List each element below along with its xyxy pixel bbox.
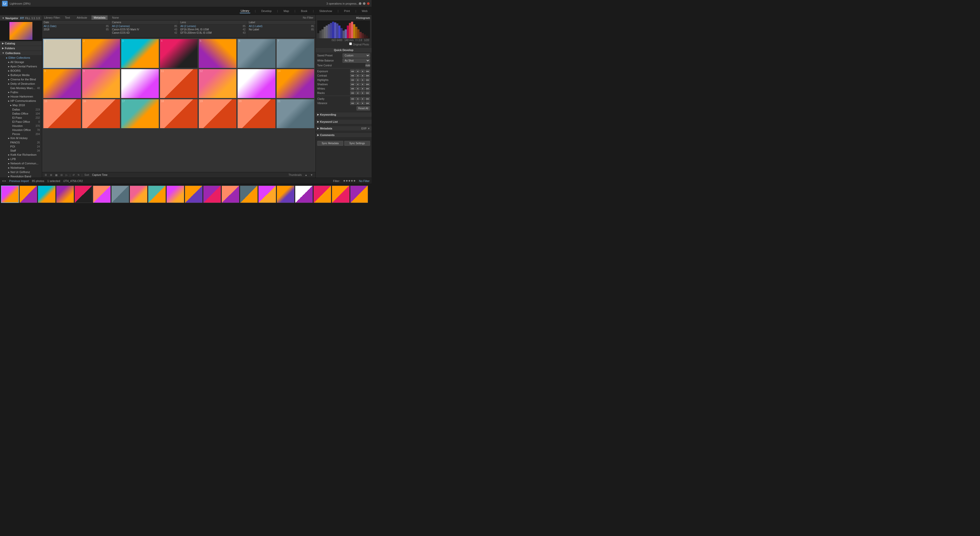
highlights-up-btn[interactable]: ▸▸ [366, 78, 370, 82]
vibrance-up-small-btn[interactable]: ▸ [360, 101, 365, 105]
collection-item-28[interactable]: ▸ Revolution Band [0, 174, 42, 178]
meta-row-lens-wide[interactable]: EF16-35mm f/4L IS USM 42 [179, 28, 247, 31]
fill-btn[interactable]: FILL [25, 17, 30, 20]
collection-item-11[interactable]: ▸ May 2018 [0, 103, 42, 107]
clarity-up-btn[interactable]: ▸▸ [366, 97, 370, 100]
collection-item-6[interactable]: ▸ Deity of Destruction [0, 82, 42, 86]
grid-photo-21[interactable]: 21 [277, 99, 314, 128]
module-library[interactable]: Library [240, 9, 250, 13]
shadows-down-small-btn[interactable]: ◂ [355, 83, 360, 86]
metadata-header[interactable]: ▶ Metadata EXP ▼ [316, 126, 372, 131]
collection-item-25[interactable]: ▸ Network of Commun... [0, 161, 42, 165]
sync-settings-btn[interactable]: Sync Settings [344, 141, 370, 146]
film-thumb-11[interactable] [185, 186, 203, 203]
collection-item-23[interactable]: ▸ Kwik Kar Richardson [0, 153, 42, 157]
collection-item-0[interactable]: ▸ Elitter Collections [0, 56, 42, 60]
module-map[interactable]: Map [283, 9, 290, 13]
highlights-down-small-btn[interactable]: ◂ [355, 78, 360, 82]
original-photo-checkbox[interactable] [349, 42, 352, 45]
grid-photo-8[interactable]: 8 [43, 69, 81, 98]
nav-next-btn[interactable]: ▸ [5, 179, 6, 183]
grid-photo-16[interactable]: 16 [82, 99, 120, 128]
collection-item-21[interactable]: POI24 [0, 145, 42, 148]
contrast-down-small-btn[interactable]: ◂ [355, 74, 360, 77]
reset-all-btn[interactable]: Reset All [356, 106, 370, 111]
collection-item-2[interactable]: ▸ Apex Dental Partners [0, 64, 42, 68]
collection-item-14[interactable]: El Paso232 [0, 116, 42, 120]
grid-photo-6[interactable]: 6 [237, 39, 275, 68]
thumbnail-size-up-btn[interactable]: ▲ [304, 173, 308, 177]
grid-photo-9[interactable]: 9 [82, 69, 120, 98]
meta-row-label-all[interactable]: All (1 Label) 85 [247, 24, 315, 28]
filter-tab-none[interactable]: None [110, 15, 121, 20]
collection-item-27[interactable]: ▸ Not Ur Girlfrenz [0, 170, 42, 174]
collection-item-9[interactable]: ▸ House Harkonnen [0, 94, 42, 99]
blacks-up-small-btn[interactable]: ▸ [360, 91, 365, 95]
highlights-up-small-btn[interactable]: ▸ [360, 78, 365, 82]
grid-photo-20[interactable]: 20 [237, 99, 275, 128]
grid-photo-15[interactable]: 15 [43, 99, 81, 128]
collection-item-17[interactable]: Houston Office78 [0, 128, 42, 132]
view-survey-btn[interactable]: ⊟ [59, 173, 64, 177]
film-thumb-4[interactable] [56, 186, 74, 203]
grid-photo-19[interactable]: 19 [199, 99, 237, 128]
grid-photo-2[interactable]: 2 [82, 39, 120, 68]
collection-item-26[interactable]: ▸ Nickelrama [0, 165, 42, 170]
collection-item-18[interactable]: Pecos204 [0, 132, 42, 136]
collection-item-5[interactable]: ▸ Cinema for the Blind [0, 77, 42, 82]
grid-photo-1[interactable]: 1 [43, 39, 81, 68]
collection-item-20[interactable]: PANOS26 [0, 140, 42, 145]
contrast-up-small-btn[interactable]: ▸ [360, 74, 365, 77]
fit-btn[interactable]: FIT [20, 17, 24, 20]
tone-auto-btn[interactable]: Auto [366, 64, 370, 67]
grid-photo-4[interactable]: 4 [160, 39, 198, 68]
clarity-down-btn[interactable]: ◂◂ [350, 97, 355, 100]
module-book[interactable]: Book [300, 9, 308, 13]
meta-row-label-none[interactable]: No Label 85 [247, 28, 315, 31]
film-thumb-8[interactable] [130, 186, 148, 203]
contrast-up-btn[interactable]: ▸▸ [366, 74, 370, 77]
vibrance-up-btn[interactable]: ▸▸ [366, 101, 370, 105]
film-thumb-14[interactable] [240, 186, 258, 203]
collection-item-3[interactable]: ▸ BOORS [0, 68, 42, 73]
grid-photo-17[interactable]: 17 [121, 99, 159, 128]
maximize-btn[interactable] [363, 2, 366, 5]
blacks-up-btn[interactable]: ▸▸ [366, 91, 370, 95]
comments-header[interactable]: ▶ Comments [316, 133, 372, 138]
grid-photo-14[interactable]: 14 [277, 69, 314, 98]
shadows-up-btn[interactable]: ▸▸ [366, 83, 370, 86]
status-no-filter[interactable]: No Filter [359, 180, 369, 183]
film-thumb-9[interactable] [148, 186, 166, 203]
keywording-header[interactable]: ▶ Keywording [316, 112, 372, 117]
view-grid-btn[interactable]: ☰ [44, 173, 48, 177]
module-slideshow[interactable]: Slideshow [318, 9, 333, 13]
white-balance-select[interactable]: As Shot [342, 59, 370, 63]
film-thumb-19[interactable] [332, 186, 350, 203]
collection-item-13[interactable]: Dallas-Office104 [0, 111, 42, 116]
meta-row-camera-all[interactable]: All (2 Cameras) 85 [110, 24, 179, 28]
metadata-expand-btn[interactable]: ▼ [368, 127, 370, 130]
collection-item-22[interactable]: Staff34 [0, 148, 42, 153]
view-people-btn[interactable]: ▷ [65, 173, 68, 177]
collection-item-15[interactable]: El Paso Office0 [0, 120, 42, 124]
module-develop[interactable]: Develop [260, 9, 272, 13]
sync-metadata-btn[interactable]: Sync Metadata [317, 141, 343, 146]
navigator-header[interactable]: ▼ Navigator FIT FILL 1:1 1:3 [0, 16, 42, 21]
blacks-down-btn[interactable]: ◂◂ [350, 91, 355, 95]
meta-row-lens-tele[interactable]: EF70-200mm f2.8L IS USM 43 [179, 31, 247, 35]
whites-up-small-btn[interactable]: ▸ [360, 87, 365, 91]
more-btn[interactable]: 1:3 [36, 17, 40, 20]
exposure-down-small-btn[interactable]: ◂ [355, 69, 360, 73]
grid-photo-7[interactable]: 7 [277, 39, 314, 68]
minimize-btn[interactable] [359, 2, 361, 5]
film-thumb-17[interactable] [295, 186, 313, 203]
film-thumb-6[interactable] [93, 186, 111, 203]
collection-item-19[interactable]: ▸ Kim M Hickey [0, 136, 42, 140]
film-thumb-10[interactable] [166, 186, 184, 203]
close-btn[interactable] [367, 2, 369, 5]
meta-row-date-2018[interactable]: 2018 85 [42, 28, 110, 31]
grid-photo-3[interactable]: 3 [121, 39, 159, 68]
collection-item-4[interactable]: ▸ Bullseye Media [0, 73, 42, 77]
collection-item-7[interactable]: Gas Monkey Marc...48 [0, 86, 42, 90]
vibrance-down-small-btn[interactable]: ◂ [355, 101, 360, 105]
